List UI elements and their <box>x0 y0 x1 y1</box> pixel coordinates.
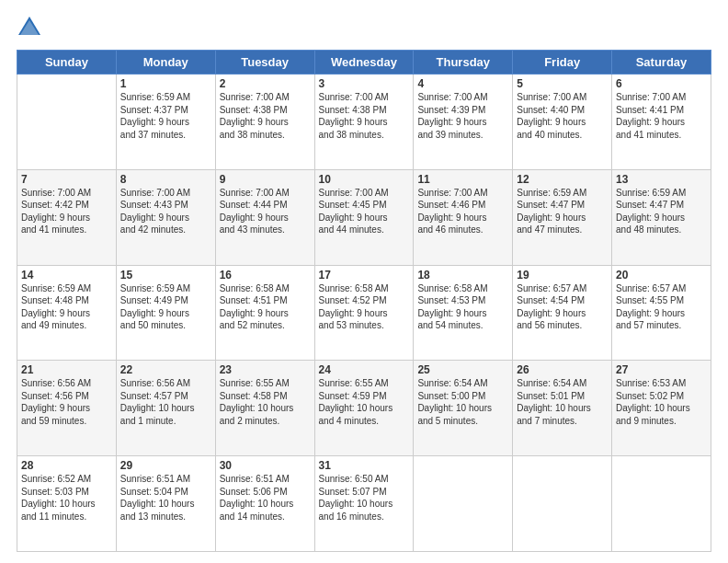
logo-icon <box>17 15 42 40</box>
day-number: 25 <box>417 363 508 376</box>
calendar-week-3: 14Sunrise: 6:59 AM Sunset: 4:48 PM Dayli… <box>17 265 711 361</box>
calendar-cell: 25Sunrise: 6:54 AM Sunset: 5:00 PM Dayli… <box>414 361 513 456</box>
day-number: 11 <box>417 173 508 186</box>
calendar-cell <box>414 456 513 552</box>
calendar-cell: 6Sunrise: 7:00 AM Sunset: 4:41 PM Daylig… <box>612 75 711 170</box>
day-number: 2 <box>220 77 311 90</box>
day-number: 22 <box>120 363 211 376</box>
calendar-cell: 17Sunrise: 6:58 AM Sunset: 4:52 PM Dayli… <box>314 265 414 361</box>
day-number: 17 <box>319 269 410 282</box>
day-number: 15 <box>120 269 211 282</box>
day-number: 5 <box>517 77 608 90</box>
day-info: Sunrise: 6:58 AM Sunset: 4:52 PM Dayligh… <box>319 282 410 332</box>
calendar-cell: 16Sunrise: 6:58 AM Sunset: 4:51 PM Dayli… <box>215 265 314 361</box>
calendar-week-1: 1Sunrise: 6:59 AM Sunset: 4:37 PM Daylig… <box>17 75 711 170</box>
day-number: 14 <box>21 269 112 282</box>
calendar-cell: 29Sunrise: 6:51 AM Sunset: 5:04 PM Dayli… <box>116 456 215 552</box>
day-header-monday: Monday <box>116 51 215 75</box>
calendar-cell: 8Sunrise: 7:00 AM Sunset: 4:43 PM Daylig… <box>116 169 215 265</box>
calendar-cell: 19Sunrise: 6:57 AM Sunset: 4:54 PM Dayli… <box>513 265 612 361</box>
day-number: 24 <box>319 363 410 376</box>
day-info: Sunrise: 6:59 AM Sunset: 4:47 PM Dayligh… <box>517 187 608 236</box>
day-info: Sunrise: 6:54 AM Sunset: 5:01 PM Dayligh… <box>517 377 608 427</box>
day-info: Sunrise: 6:55 AM Sunset: 4:59 PM Dayligh… <box>319 377 410 427</box>
day-info: Sunrise: 6:59 AM Sunset: 4:49 PM Dayligh… <box>120 282 211 332</box>
calendar-cell: 13Sunrise: 6:59 AM Sunset: 4:47 PM Dayli… <box>612 169 711 265</box>
day-info: Sunrise: 7:00 AM Sunset: 4:40 PM Dayligh… <box>517 91 608 141</box>
day-number: 31 <box>319 459 410 472</box>
day-info: Sunrise: 6:57 AM Sunset: 4:55 PM Dayligh… <box>616 282 707 332</box>
day-info: Sunrise: 6:58 AM Sunset: 4:51 PM Dayligh… <box>220 282 311 332</box>
day-info: Sunrise: 6:59 AM Sunset: 4:37 PM Dayligh… <box>120 91 211 141</box>
calendar-cell: 26Sunrise: 6:54 AM Sunset: 5:01 PM Dayli… <box>513 361 612 456</box>
calendar-cell: 12Sunrise: 6:59 AM Sunset: 4:47 PM Dayli… <box>513 169 612 265</box>
day-number: 30 <box>220 459 311 472</box>
day-header-tuesday: Tuesday <box>215 51 314 75</box>
day-number: 1 <box>120 77 211 90</box>
day-info: Sunrise: 6:59 AM Sunset: 4:48 PM Dayligh… <box>21 282 112 332</box>
day-number: 16 <box>220 269 311 282</box>
calendar-cell: 24Sunrise: 6:55 AM Sunset: 4:59 PM Dayli… <box>314 361 414 456</box>
day-number: 12 <box>517 173 608 186</box>
day-info: Sunrise: 6:56 AM Sunset: 4:56 PM Dayligh… <box>21 377 112 427</box>
calendar-cell: 21Sunrise: 6:56 AM Sunset: 4:56 PM Dayli… <box>17 361 117 456</box>
calendar-cell: 1Sunrise: 6:59 AM Sunset: 4:37 PM Daylig… <box>116 75 215 170</box>
day-info: Sunrise: 7:00 AM Sunset: 4:46 PM Dayligh… <box>417 187 508 236</box>
day-number: 8 <box>120 173 211 186</box>
day-header-wednesday: Wednesday <box>314 51 414 75</box>
day-number: 21 <box>21 363 112 376</box>
calendar-cell: 15Sunrise: 6:59 AM Sunset: 4:49 PM Dayli… <box>116 265 215 361</box>
day-number: 13 <box>616 173 707 186</box>
calendar-cell <box>513 456 612 552</box>
calendar-cell <box>17 75 117 170</box>
calendar-table: SundayMondayTuesdayWednesdayThursdayFrid… <box>17 50 711 552</box>
day-info: Sunrise: 7:00 AM Sunset: 4:39 PM Dayligh… <box>417 91 508 141</box>
calendar-cell: 14Sunrise: 6:59 AM Sunset: 4:48 PM Dayli… <box>17 265 117 361</box>
day-info: Sunrise: 6:58 AM Sunset: 4:53 PM Dayligh… <box>417 282 508 332</box>
day-info: Sunrise: 6:54 AM Sunset: 5:00 PM Dayligh… <box>417 377 508 427</box>
calendar-cell: 22Sunrise: 6:56 AM Sunset: 4:57 PM Dayli… <box>116 361 215 456</box>
day-info: Sunrise: 6:56 AM Sunset: 4:57 PM Dayligh… <box>120 377 211 427</box>
day-header-friday: Friday <box>513 51 612 75</box>
day-number: 9 <box>220 173 311 186</box>
calendar-cell: 30Sunrise: 6:51 AM Sunset: 5:06 PM Dayli… <box>215 456 314 552</box>
calendar-cell: 20Sunrise: 6:57 AM Sunset: 4:55 PM Dayli… <box>612 265 711 361</box>
day-number: 27 <box>616 363 707 376</box>
day-number: 4 <box>417 77 508 90</box>
day-info: Sunrise: 6:53 AM Sunset: 5:02 PM Dayligh… <box>616 377 707 427</box>
day-number: 7 <box>21 173 112 186</box>
calendar-cell: 27Sunrise: 6:53 AM Sunset: 5:02 PM Dayli… <box>612 361 711 456</box>
calendar-week-4: 21Sunrise: 6:56 AM Sunset: 4:56 PM Dayli… <box>17 361 711 456</box>
day-number: 26 <box>517 363 608 376</box>
day-header-sunday: Sunday <box>17 51 117 75</box>
day-info: Sunrise: 7:00 AM Sunset: 4:42 PM Dayligh… <box>21 187 112 236</box>
day-info: Sunrise: 7:00 AM Sunset: 4:44 PM Dayligh… <box>220 187 311 236</box>
day-number: 10 <box>319 173 410 186</box>
calendar-cell: 18Sunrise: 6:58 AM Sunset: 4:53 PM Dayli… <box>414 265 513 361</box>
calendar-cell: 28Sunrise: 6:52 AM Sunset: 5:03 PM Dayli… <box>17 456 117 552</box>
day-number: 3 <box>319 77 410 90</box>
calendar-cell: 10Sunrise: 7:00 AM Sunset: 4:45 PM Dayli… <box>314 169 414 265</box>
day-number: 20 <box>616 269 707 282</box>
day-info: Sunrise: 7:00 AM Sunset: 4:38 PM Dayligh… <box>220 91 311 141</box>
day-number: 29 <box>120 459 211 472</box>
day-info: Sunrise: 6:57 AM Sunset: 4:54 PM Dayligh… <box>517 282 608 332</box>
calendar-cell: 2Sunrise: 7:00 AM Sunset: 4:38 PM Daylig… <box>215 75 314 170</box>
calendar-cell: 23Sunrise: 6:55 AM Sunset: 4:58 PM Dayli… <box>215 361 314 456</box>
day-info: Sunrise: 7:00 AM Sunset: 4:41 PM Dayligh… <box>616 91 707 141</box>
day-number: 18 <box>417 269 508 282</box>
day-info: Sunrise: 7:00 AM Sunset: 4:45 PM Dayligh… <box>319 187 410 236</box>
day-header-saturday: Saturday <box>612 51 711 75</box>
day-info: Sunrise: 6:51 AM Sunset: 5:06 PM Dayligh… <box>220 473 311 523</box>
calendar-cell: 3Sunrise: 7:00 AM Sunset: 4:38 PM Daylig… <box>314 75 414 170</box>
day-info: Sunrise: 6:55 AM Sunset: 4:58 PM Dayligh… <box>220 377 311 427</box>
day-info: Sunrise: 7:00 AM Sunset: 4:43 PM Dayligh… <box>120 187 211 236</box>
logo <box>17 15 46 40</box>
header <box>17 15 711 40</box>
calendar-cell: 7Sunrise: 7:00 AM Sunset: 4:42 PM Daylig… <box>17 169 117 265</box>
calendar-header-row: SundayMondayTuesdayWednesdayThursdayFrid… <box>17 51 711 75</box>
day-info: Sunrise: 6:52 AM Sunset: 5:03 PM Dayligh… <box>21 473 112 523</box>
day-info: Sunrise: 6:50 AM Sunset: 5:07 PM Dayligh… <box>319 473 410 523</box>
day-number: 19 <box>517 269 608 282</box>
calendar-cell: 5Sunrise: 7:00 AM Sunset: 4:40 PM Daylig… <box>513 75 612 170</box>
